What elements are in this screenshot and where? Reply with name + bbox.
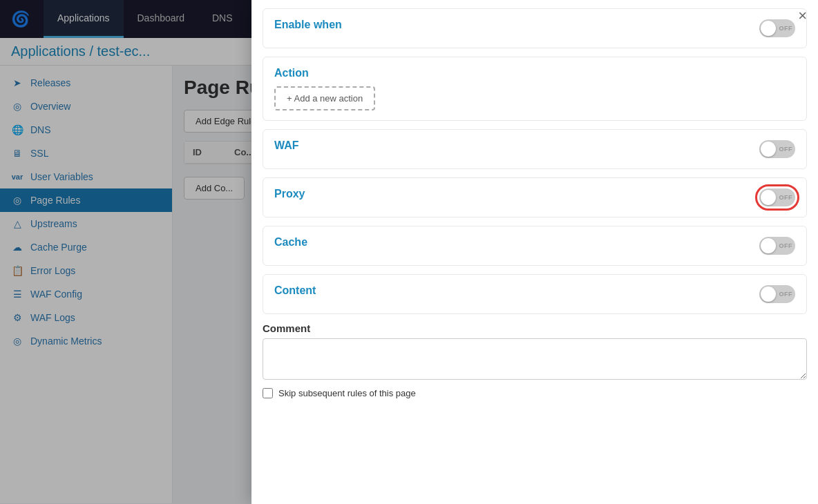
modal-close-button[interactable]: × <box>798 8 807 23</box>
proxy-toggle-row: Proxy OFF <box>274 188 795 207</box>
proxy-header: Proxy <box>274 188 305 200</box>
skip-label: Skip subsequent rules of this page <box>278 388 416 398</box>
proxy-toggle-knob <box>761 190 776 205</box>
waf-section: WAF OFF <box>263 129 807 169</box>
proxy-section: Proxy OFF <box>263 177 807 217</box>
comment-textarea[interactable] <box>263 338 807 380</box>
enable-when-toggle-label: OFF <box>779 25 793 32</box>
enable-when-header: Enable when <box>274 19 342 31</box>
enable-when-toggle[interactable]: OFF <box>759 19 795 37</box>
content-header: Content <box>274 284 316 297</box>
skip-checkbox[interactable] <box>263 388 273 398</box>
comment-label: Comment <box>263 322 807 334</box>
content-toggle-label: OFF <box>779 291 793 298</box>
cache-header: Cache <box>274 236 307 249</box>
cache-toggle[interactable]: OFF <box>759 237 795 255</box>
proxy-toggle[interactable]: OFF <box>759 188 795 206</box>
waf-toggle[interactable]: OFF <box>759 140 795 158</box>
enable-when-toggle-row: Enable when OFF <box>274 19 795 38</box>
waf-header: WAF <box>274 139 299 152</box>
add-action-button[interactable]: + Add a new action <box>274 86 375 110</box>
action-header: Action <box>274 67 795 79</box>
content-toggle-knob <box>761 287 776 302</box>
waf-toggle-row: WAF OFF <box>274 139 795 159</box>
cache-toggle-knob <box>761 238 776 253</box>
cache-toggle-row: Cache OFF <box>274 236 795 255</box>
enable-when-section: Enable when OFF <box>263 8 807 48</box>
waf-toggle-label: OFF <box>779 146 793 153</box>
cache-toggle-label: OFF <box>779 242 793 249</box>
content-toggle-row: Content OFF <box>274 284 795 304</box>
enable-when-toggle-knob <box>761 21 776 36</box>
action-section: Action + Add a new action <box>263 57 807 121</box>
waf-toggle-knob <box>761 142 776 157</box>
skip-checkbox-row: Skip subsequent rules of this page <box>263 388 807 398</box>
proxy-toggle-label: OFF <box>779 194 793 201</box>
modal-panel: × Enable when OFF Action + Add a new act… <box>251 0 818 504</box>
content-toggle[interactable]: OFF <box>759 285 795 303</box>
content-section: Content OFF <box>263 274 807 314</box>
cache-section: Cache OFF <box>263 226 807 266</box>
